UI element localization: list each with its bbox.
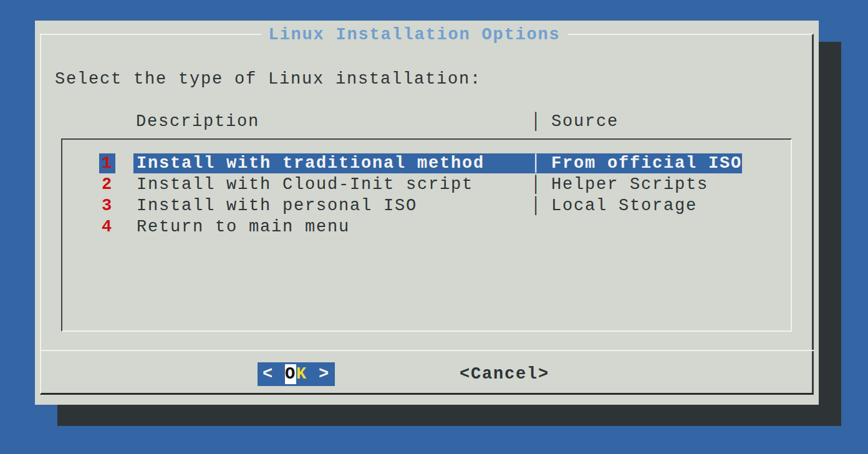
menu-listbox: 1 Install with traditional method │ From… xyxy=(61,138,792,332)
menu-item-description: Install with traditional method xyxy=(137,153,485,174)
menu-item-tag: 1 xyxy=(99,153,115,173)
column-header-source: Source xyxy=(551,111,619,132)
column-header-description: Description xyxy=(136,111,259,132)
column-separator-icon: │ xyxy=(531,195,542,216)
menu-item-tag: 4 xyxy=(99,217,115,237)
ok-button[interactable]: < O K > xyxy=(258,362,335,386)
column-separator-icon: │ xyxy=(531,174,542,195)
menu-item-tag: 2 xyxy=(99,175,115,195)
menu-item-row[interactable]: 1 Install with traditional method │ From… xyxy=(62,153,791,174)
ok-open-bracket: < xyxy=(263,365,274,384)
column-separator-icon: │ xyxy=(531,111,542,132)
menu-item-description: Install with Cloud-Init script xyxy=(137,174,473,195)
cancel-button[interactable]: <Cancel> xyxy=(460,362,549,386)
ok-hotkey-letter: K xyxy=(296,365,307,384)
terminal-screen: Linux Installation Options Select the ty… xyxy=(0,0,868,454)
menu-item-description: Install with personal ISO xyxy=(137,195,417,216)
dialog-title: Linux Installation Options xyxy=(261,26,567,44)
menu-item-row[interactable]: 4 Return to main menu xyxy=(62,216,791,238)
ok-close-bracket: > xyxy=(319,365,330,384)
menu-item-source: From official ISO xyxy=(551,153,742,174)
menu-item-description: Return to main menu xyxy=(137,216,350,238)
menu-item-row[interactable]: 2 Install with Cloud-Init script │ Helpe… xyxy=(62,174,791,195)
column-header-row: Description │ Source xyxy=(35,111,819,132)
menu-item-source: Helper Scripts xyxy=(551,174,708,195)
button-separator-line xyxy=(40,350,814,351)
installation-options-dialog: Linux Installation Options Select the ty… xyxy=(35,21,819,405)
dialog-message: Select the type of Linux installation: xyxy=(55,69,481,90)
column-separator-icon: │ xyxy=(531,153,542,174)
menu-item-tag: 3 xyxy=(99,196,115,216)
menu-item-source: Local Storage xyxy=(551,195,697,216)
ok-cursor-letter: O xyxy=(285,364,296,384)
menu-item-row[interactable]: 3 Install with personal ISO │ Local Stor… xyxy=(62,195,791,216)
